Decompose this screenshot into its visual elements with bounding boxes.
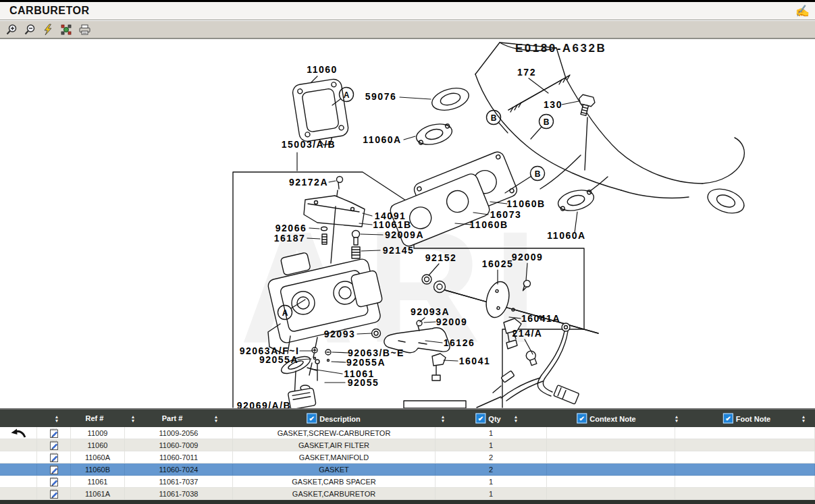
sort-arrows-icon[interactable]: ▲▼ <box>801 415 806 422</box>
part-number-label[interactable]: 11060B <box>506 198 545 209</box>
part-cell: 11061-7037 <box>125 476 233 488</box>
qty-checkbox[interactable]: ✔ <box>475 414 485 424</box>
part-number-label[interactable]: 16126 <box>444 337 475 348</box>
row-back-cell[interactable] <box>0 427 37 439</box>
table-row[interactable]: 1100911009-2056GASKET,SCREW-CARBURETOR1 <box>0 427 815 439</box>
note-icon[interactable] <box>37 439 71 451</box>
row-back-cell <box>0 488 37 500</box>
ref-cell: 11060 <box>71 439 125 451</box>
page-title: CARBURETOR <box>9 5 89 17</box>
description-checkbox[interactable]: ✔ <box>307 414 317 424</box>
context-note-checkbox[interactable]: ✔ <box>577 414 587 424</box>
note-icon[interactable] <box>37 464 71 476</box>
part-number-label[interactable]: 92055A <box>346 357 386 368</box>
diagram-viewport[interactable]: ARI E0180-A632B <box>0 39 815 408</box>
col-header-foot-note[interactable]: ✔ Foot Note <box>723 414 770 424</box>
part-number-label[interactable]: 16073 <box>490 209 521 220</box>
description-cell: GASKET,CARB SPACER <box>233 476 436 488</box>
part-number-label[interactable]: 11060B <box>469 219 508 230</box>
context-note-cell <box>547 464 675 476</box>
select-parts-icon[interactable] <box>59 23 73 36</box>
part-number-label[interactable]: 92093 <box>324 329 355 339</box>
zoom-out-icon[interactable] <box>23 23 36 36</box>
part-number-label[interactable]: 16025 <box>482 258 513 269</box>
part-number-label[interactable]: 11061B <box>373 219 411 230</box>
partsmart-window: CARBURETOR ✍ <box>0 0 815 504</box>
part-cell: 11060-7011 <box>125 451 233 464</box>
foot-note-cell <box>675 476 815 488</box>
foot-note-cell <box>675 488 815 500</box>
part-number-label[interactable]: 11060 <box>307 64 338 75</box>
foot-note-cell <box>675 427 815 439</box>
sort-arrows-icon[interactable]: ▲▼ <box>675 415 679 422</box>
title-bar: CARBURETOR ✍ <box>0 0 815 20</box>
part-number-label[interactable]: 92093A <box>411 306 450 317</box>
part-number-label[interactable]: 92145 <box>383 245 414 256</box>
diagram-code: E0180-A632B <box>515 42 606 55</box>
part-number-label[interactable]: 130 <box>544 99 562 110</box>
note-icon[interactable] <box>37 488 71 500</box>
print-icon[interactable] <box>78 23 91 36</box>
hotspot-flash-icon[interactable] <box>41 23 55 36</box>
hand-tool-icon[interactable]: ✍ <box>795 4 810 18</box>
part-number-label[interactable]: 92172A <box>289 177 328 188</box>
part-number-label[interactable]: 15003/A/B <box>282 139 336 150</box>
row-back-cell <box>0 464 37 476</box>
context-note-cell <box>547 488 675 500</box>
ref-cell: 11061 <box>71 476 125 488</box>
part-number-label[interactable]: 214/A <box>512 328 543 339</box>
part-number-label[interactable]: 92009 <box>436 316 467 327</box>
part-number-label[interactable]: 11060A <box>363 134 401 145</box>
part-number-label[interactable]: 92069/A/B <box>237 400 291 408</box>
part-number-label[interactable]: 11060A <box>547 230 585 241</box>
context-note-cell <box>547 427 675 439</box>
qty-cell: 1 <box>436 476 547 488</box>
col-header-part[interactable]: Part # <box>162 414 183 422</box>
table-row[interactable]: 1106111061-7037GASKET,CARB SPACER1 <box>0 476 815 488</box>
sort-arrows-icon[interactable]: ▲▼ <box>55 415 59 422</box>
table-row[interactable]: 11061A11061-7038GASKET,CARBURETOR1 <box>0 488 815 500</box>
part-number-label[interactable]: 92055A <box>259 354 298 365</box>
parts-table: Ref # Part # ✔ Description ✔ Qty ✔ Conte… <box>0 408 815 504</box>
parts-table-header: Ref # Part # ✔ Description ✔ Qty ✔ Conte… <box>0 408 815 427</box>
description-cell: GASKET,AIR FILTER <box>233 439 436 451</box>
col-header-qty[interactable]: ✔ Qty <box>475 414 500 424</box>
note-icon[interactable] <box>37 427 71 439</box>
exploded-parts-drawing[interactable]: 110605907617213011060A15003/A/B92172A140… <box>0 39 815 408</box>
part-cell: 11060-7024 <box>125 464 233 476</box>
part-number-label[interactable]: 92009 <box>512 252 543 262</box>
table-row[interactable]: 1106011060-7009GASKET,AIR FILTER1 <box>0 439 815 451</box>
part-number-label[interactable]: 16187 <box>274 233 305 244</box>
part-number-label[interactable]: 92009A <box>385 229 424 240</box>
part-cell: 11060-7009 <box>125 439 233 451</box>
parts-table-body: 1100911009-2056GASKET,SCREW-CARBURETOR11… <box>0 427 815 500</box>
col-header-description[interactable]: ✔ Description <box>307 414 361 424</box>
part-cell: 11061-7038 <box>125 488 233 500</box>
foot-note-cell <box>675 439 815 451</box>
table-row[interactable]: 11060A11060-7011GASKET,MANIFOLD2 <box>0 451 815 464</box>
part-number-label[interactable]: 92055 <box>348 377 379 388</box>
callout-letter: B <box>544 117 550 127</box>
foot-note-cell <box>675 464 815 476</box>
zoom-in-icon[interactable] <box>5 23 18 36</box>
col-header-context-note[interactable]: ✔ Context Note <box>577 414 635 424</box>
part-number-label[interactable]: 16041 <box>459 356 490 366</box>
col-header-ref[interactable]: Ref # <box>86 414 104 422</box>
sort-arrows-icon[interactable]: ▲▼ <box>441 415 445 422</box>
note-icon[interactable] <box>37 451 71 464</box>
qty-cell: 1 <box>436 439 547 451</box>
foot-note-checkbox[interactable]: ✔ <box>723 414 733 424</box>
sort-arrows-icon[interactable]: ▲▼ <box>131 415 135 422</box>
sort-arrows-icon[interactable]: ▲▼ <box>214 415 218 422</box>
part-number-label[interactable]: 92066 <box>275 223 307 233</box>
part-number-label[interactable]: 172 <box>517 67 536 78</box>
part-number-label[interactable]: 59076 <box>365 91 396 102</box>
table-row[interactable]: 11060B11060-7024GASKET2 <box>0 464 815 476</box>
qty-cell: 2 <box>436 451 547 464</box>
part-number-label[interactable]: 92152 <box>425 252 456 263</box>
note-icon[interactable] <box>37 476 71 488</box>
sort-arrows-icon[interactable]: ▲▼ <box>514 415 518 422</box>
part-number-label[interactable]: 16041A <box>521 313 560 324</box>
part-cell: 11009-2056 <box>125 427 233 439</box>
qty-cell: 2 <box>436 464 547 476</box>
